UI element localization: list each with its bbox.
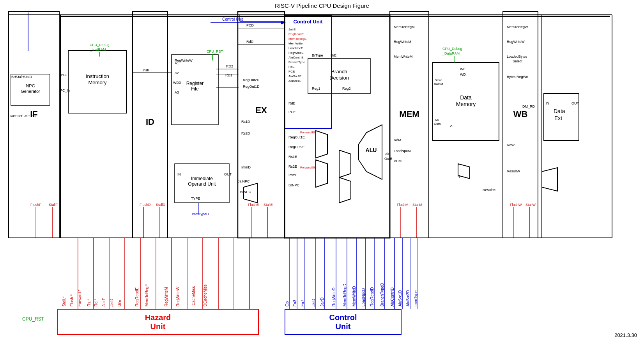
svg-text:NPC: NPC — [26, 83, 35, 88]
svg-text:BrNPC: BrNPC — [288, 183, 300, 187]
svg-text:A3: A3 — [175, 90, 179, 94]
svg-text:Memory: Memory — [456, 101, 476, 107]
svg-text:MEM: MEM — [399, 109, 419, 119]
svg-text:AluSrc2E: AluSrc2E — [288, 74, 301, 78]
svg-text:JalD: JalD — [25, 75, 32, 79]
svg-text:Flush.*: Flush.* — [70, 294, 74, 307]
svg-text:JalrE: JalrE — [102, 298, 106, 307]
svg-text:PCF: PCF — [31, 114, 37, 118]
svg-text:CPU_Debug: CPU_Debug — [90, 43, 110, 47]
svg-text:JalrT: JalrT — [10, 114, 17, 118]
svg-text:DM_RD: DM_RD — [522, 105, 535, 108]
svg-text:FlushF: FlushF — [30, 203, 41, 207]
svg-text:LoadNpcE: LoadNpcE — [288, 46, 303, 50]
svg-text:FlushE: FlushE — [248, 203, 259, 207]
svg-text:Generator: Generator — [21, 89, 40, 94]
svg-text:MemToRegE: MemToRegE — [288, 37, 306, 41]
svg-text:Reg2: Reg2 — [342, 87, 351, 90]
svg-text:AluContrIE: AluContrIE — [288, 56, 304, 59]
svg-text:ImmTypeD: ImmTypeD — [192, 212, 209, 216]
hazard-unit-box: HazardUnit — [57, 309, 259, 335]
svg-text:BrE: BrE — [331, 53, 336, 57]
svg-text:RegOut1D: RegOut1D — [243, 85, 260, 89]
svg-text:LoadedBytes: LoadedBytes — [507, 55, 527, 58]
svg-text:Rs1E: Rs1E — [288, 155, 297, 159]
date-label: 2021.3.30 — [614, 332, 637, 338]
svg-text:CPU_RST: CPU_RST — [207, 50, 223, 53]
svg-text:Alu: Alu — [435, 118, 439, 122]
svg-text:Rs.*: Rs.* — [87, 299, 91, 307]
diagram-container: RISC-V Pipeline CPU Design Figure IF NPC… — [0, 0, 644, 342]
svg-text:RegWriteM: RegWriteM — [164, 287, 168, 307]
svg-text:AluSrc2D: AluSrc2D — [406, 290, 410, 307]
svg-text:RegReadE: RegReadE — [135, 287, 139, 307]
svg-text:PCE: PCE — [288, 110, 296, 114]
svg-text:Memory: Memory — [88, 80, 107, 85]
svg-text:RdE: RdE — [288, 65, 295, 69]
svg-text:RegWriteW: RegWriteW — [175, 58, 193, 62]
svg-text:OutE: OutE — [384, 157, 393, 161]
svg-text:RegReadD: RegReadD — [370, 287, 374, 307]
svg-text:StallE: StallE — [264, 203, 273, 207]
svg-text:A: A — [450, 124, 453, 128]
svg-text:RegWriteW: RegWriteW — [507, 40, 525, 44]
svg-text:MemWriteM: MemWriteM — [394, 55, 412, 58]
svg-text:MemToRegE: MemToRegE — [145, 284, 149, 307]
svg-text:Stall.*: Stall.* — [62, 296, 66, 307]
svg-text:RD1: RD1 — [225, 73, 232, 77]
svg-text:RegOut2D: RegOut2D — [243, 78, 260, 82]
svg-text:instr: instr — [143, 68, 149, 72]
svg-text:Immediate: Immediate — [191, 176, 213, 181]
svg-text:RegWriteM: RegWriteM — [394, 40, 411, 44]
svg-text:OUT: OUT — [571, 101, 579, 105]
svg-text:AluSrc1E: AluSrc1E — [288, 79, 301, 83]
svg-text:Decision: Decision — [329, 75, 349, 81]
svg-text:WE: WE — [460, 67, 466, 71]
svg-text:Store: Store — [435, 78, 442, 82]
svg-rect-33 — [390, 12, 429, 238]
svg-text:PCE: PCE — [288, 70, 295, 73]
svg-text:JalD: JalD — [110, 299, 114, 307]
svg-text:BrE: BrE — [11, 75, 17, 79]
svg-text:Operand Unit: Operand Unit — [188, 181, 216, 187]
svg-text:JalrD: JalrD — [320, 298, 324, 307]
svg-text:StallW: StallW — [525, 203, 536, 207]
svg-text:Branch: Branch — [331, 69, 347, 74]
svg-text:BrType: BrType — [312, 53, 323, 57]
svg-text:MemWrite: MemWrite — [288, 42, 303, 45]
svg-text:FlushM: FlushM — [397, 203, 409, 207]
svg-text:PCF: PCF — [61, 73, 68, 77]
svg-text:RdD: RdD — [246, 40, 254, 44]
svg-text:Register: Register — [186, 81, 204, 86]
svg-text:_DataRAM: _DataRAM — [442, 51, 460, 55]
svg-text:RegReadE: RegReadE — [288, 32, 304, 36]
svg-text:PCD: PCD — [246, 23, 254, 27]
svg-marker-52 — [316, 131, 327, 158]
svg-text:MemToRegM: MemToRegM — [394, 25, 415, 29]
svg-text:ImmE: ImmE — [288, 173, 298, 177]
svg-text:Fn3: Fn3 — [293, 299, 297, 307]
svg-text:FlushD: FlushD — [140, 203, 151, 207]
hazard-unit-label: HazardUnit — [145, 313, 171, 331]
svg-text:OUT: OUT — [224, 172, 232, 176]
svg-text:RD2: RD2 — [226, 64, 233, 68]
svg-text:BrT: BrT — [18, 114, 23, 118]
svg-text:ResultW: ResultW — [507, 169, 520, 173]
svg-marker-53 — [316, 160, 327, 187]
svg-text:RegWriteE: RegWriteE — [288, 51, 304, 55]
svg-text:Select: Select — [513, 59, 523, 63]
svg-text:4: 4 — [458, 174, 460, 179]
svg-text:IN: IN — [546, 101, 549, 105]
svg-text:Bytes RegWrt: Bytes RegWrt — [507, 75, 529, 79]
svg-text:IN: IN — [177, 172, 181, 176]
svg-text:Rs2E: Rs2E — [288, 165, 297, 168]
svg-text:Instruction: Instruction — [86, 73, 109, 79]
svg-text:PC_In: PC_In — [60, 89, 70, 92]
svg-text:ResultM: ResultM — [483, 188, 495, 192]
svg-text:StallM: StallM — [412, 203, 422, 207]
svg-text:FlushW: FlushW — [510, 203, 522, 207]
svg-text:DCacheMiss: DCacheMiss — [203, 284, 207, 307]
control-unit-box-bottom: ControlUnit — [285, 309, 402, 335]
svg-text:CPU_RST: CPU_RST — [22, 316, 44, 322]
svg-text:BranchType: BranchType — [288, 60, 305, 64]
